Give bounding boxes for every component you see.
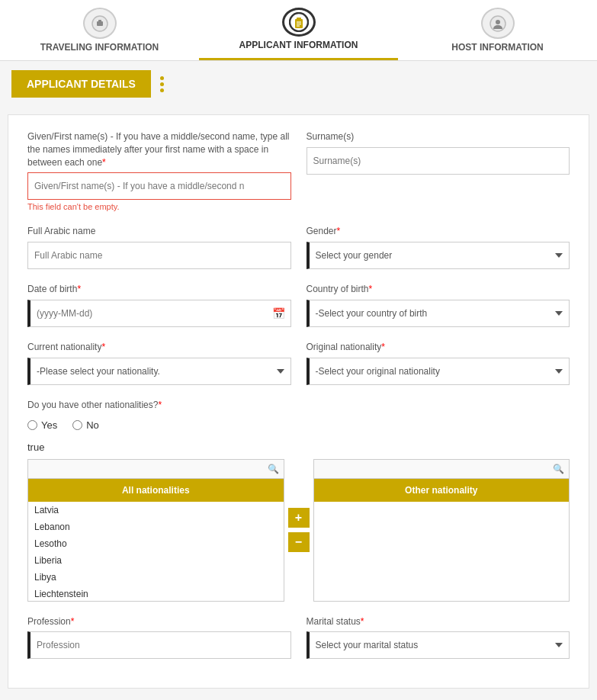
profession-group: Profession* xyxy=(27,615,291,660)
marital-status-label: Marital status* xyxy=(307,615,570,628)
current-nationality-label: Current nationality* xyxy=(27,341,291,354)
dot-2 xyxy=(160,82,164,86)
dots-menu[interactable] xyxy=(160,76,164,92)
given-name-input[interactable] xyxy=(27,172,291,200)
list-item[interactable]: Liechtenstein xyxy=(28,586,284,601)
top-navigation: TRAVELING INFORMATION APPLICANT INFORMAT… xyxy=(0,0,597,61)
main-content: APPLICANT DETAILS Given/First name(s) - … xyxy=(0,61,597,700)
dob-group: Date of birth* 📅 xyxy=(27,283,291,327)
row-arabic-gender: Full Arabic name Gender* Select your gen… xyxy=(27,225,570,269)
given-name-error: This field can't be empty. xyxy=(27,202,291,211)
country-birth-select-wrapper: -Select your country of birth xyxy=(307,300,570,327)
all-nat-search-wrapper: 🔍 xyxy=(28,460,284,479)
traveling-icon xyxy=(83,8,117,39)
svg-rect-5 xyxy=(297,18,301,21)
section-header: APPLICANT DETAILS xyxy=(0,61,597,107)
surname-group: Surname(s) xyxy=(307,130,570,211)
given-name-label: Given/First name(s) - If you have a midd… xyxy=(27,130,291,169)
arabic-name-group: Full Arabic name xyxy=(27,225,291,269)
svg-rect-2 xyxy=(98,20,101,22)
row-nationality: Current nationality* -Please select your… xyxy=(27,341,570,385)
dob-input-wrapper: 📅 xyxy=(27,300,291,327)
gender-select-wrapper: Select your gender xyxy=(307,242,570,269)
dob-input[interactable] xyxy=(27,300,291,327)
section-title: APPLICANT DETAILS xyxy=(11,70,151,98)
given-name-group: Given/First name(s) - If you have a midd… xyxy=(27,130,291,211)
country-birth-label: Country of birth* xyxy=(307,283,570,296)
radio-no-label[interactable]: No xyxy=(72,419,99,431)
marital-status-group: Marital status* Select your marital stat… xyxy=(307,615,570,660)
other-nat-search-input[interactable] xyxy=(314,460,570,479)
dot-1 xyxy=(160,76,164,80)
dob-label: Date of birth* xyxy=(27,283,291,296)
country-birth-group: Country of birth* -Select your country o… xyxy=(307,283,570,327)
nav-item-host[interactable]: HOST INFORMATION xyxy=(398,0,597,60)
radio-yes-label[interactable]: Yes xyxy=(27,419,57,431)
applicant-icon xyxy=(282,8,316,37)
list-item[interactable]: Liberia xyxy=(28,552,284,569)
list-item[interactable]: Libya xyxy=(28,569,284,586)
all-nat-search-input[interactable] xyxy=(28,460,284,479)
arabic-name-label: Full Arabic name xyxy=(27,225,291,238)
original-nationality-group: Original nationality* -Select your origi… xyxy=(307,341,570,385)
gender-group: Gender* Select your gender xyxy=(307,225,570,269)
original-nationality-select[interactable]: -Select your original nationality xyxy=(307,358,570,385)
nav-item-traveling[interactable]: TRAVELING INFORMATION xyxy=(0,0,199,60)
nationality-selector-container: 🔍 All nationalities Latvia Lebanon Lesot… xyxy=(27,459,570,602)
surname-label: Surname(s) xyxy=(307,130,570,143)
radio-no[interactable] xyxy=(72,420,82,430)
current-nationality-group: Current nationality* -Please select your… xyxy=(27,341,291,385)
all-nationalities-box: 🔍 All nationalities Latvia Lebanon Lesot… xyxy=(27,459,284,602)
host-label: HOST INFORMATION xyxy=(451,42,543,53)
other-nationality-box: 🔍 Other nationality xyxy=(313,459,570,602)
marital-status-select[interactable]: Select your marital status xyxy=(307,631,570,659)
row-name: Given/First name(s) - If you have a midd… xyxy=(27,130,570,211)
other-nationalities-group: Do you have other nationalities?* Yes No xyxy=(27,399,570,431)
nationality-section: true 🔍 All nationalities Latvia Lebanon … xyxy=(27,442,570,602)
marital-status-select-wrapper: Select your marital status xyxy=(307,631,570,659)
country-birth-select[interactable]: -Select your country of birth xyxy=(307,300,570,327)
true-value-label: true xyxy=(27,442,570,453)
row-dob-country: Date of birth* 📅 Country of birth* -Sele… xyxy=(27,283,570,327)
other-nationality-header: Other nationality xyxy=(314,479,570,502)
original-nationality-select-wrapper: -Select your original nationality xyxy=(307,358,570,385)
row-profession-marital: Profession* Marital status* Select your … xyxy=(27,615,570,660)
list-item[interactable]: Lebanon xyxy=(28,519,284,535)
other-nat-search-icon: 🔍 xyxy=(553,464,564,474)
profession-input[interactable] xyxy=(27,631,291,659)
profession-label: Profession* xyxy=(27,615,291,628)
nav-item-applicant[interactable]: APPLICANT INFORMATION xyxy=(199,0,398,60)
original-nationality-label: Original nationality* xyxy=(307,341,570,354)
radio-yes[interactable] xyxy=(27,420,37,430)
all-nationalities-header: All nationalities xyxy=(28,479,284,502)
traveling-label: TRAVELING INFORMATION xyxy=(40,42,159,53)
svg-point-10 xyxy=(496,20,500,24)
other-nationalities-label: Do you have other nationalities?* xyxy=(27,399,570,412)
host-icon xyxy=(481,8,515,39)
all-nationalities-list: Latvia Lebanon Lesotho Liberia Libya Lie… xyxy=(28,502,284,601)
form-area: Given/First name(s) - If you have a midd… xyxy=(8,114,589,689)
transfer-buttons-container: + − xyxy=(284,459,313,602)
list-item[interactable]: Latvia xyxy=(28,502,284,519)
all-nat-search-icon: 🔍 xyxy=(268,464,279,474)
dot-3 xyxy=(160,88,164,92)
gender-label: Gender* xyxy=(307,225,570,238)
surname-input[interactable] xyxy=(307,147,570,175)
applicant-label: APPLICANT INFORMATION xyxy=(239,40,358,50)
transfer-right-button[interactable]: + xyxy=(288,508,310,528)
list-item[interactable]: Lesotho xyxy=(28,535,284,552)
arabic-name-input[interactable] xyxy=(27,242,291,269)
current-nationality-select[interactable]: -Please select your nationality. xyxy=(27,358,291,385)
gender-select[interactable]: Select your gender xyxy=(307,242,570,269)
other-nationality-list xyxy=(314,502,570,601)
other-nat-search-wrapper: 🔍 xyxy=(314,460,570,479)
transfer-left-button[interactable]: − xyxy=(288,532,310,552)
current-nationality-select-wrapper: -Please select your nationality. xyxy=(27,358,291,385)
other-nationalities-radio-group: Yes No xyxy=(27,419,570,431)
